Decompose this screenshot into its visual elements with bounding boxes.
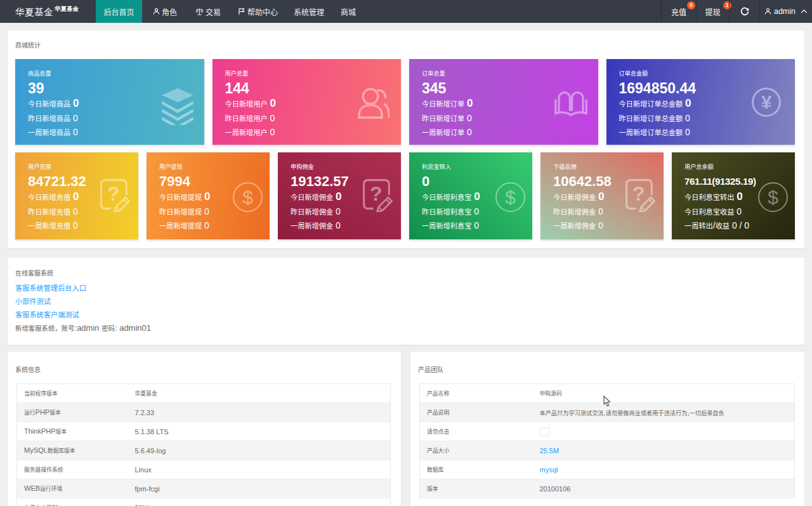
svg-text:?: ? — [370, 182, 383, 205]
svg-text:?: ? — [632, 182, 645, 205]
svg-text:?: ? — [107, 182, 120, 205]
